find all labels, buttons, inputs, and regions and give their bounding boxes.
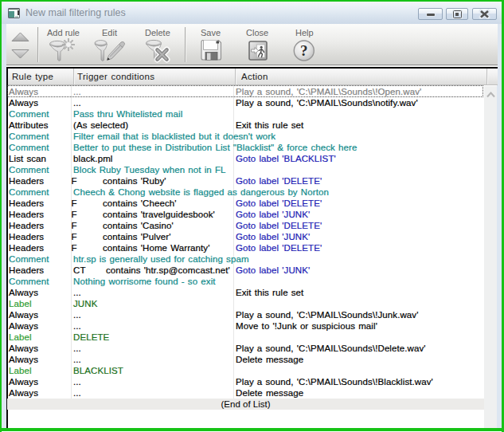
svg-text:?: ? [300, 42, 308, 59]
